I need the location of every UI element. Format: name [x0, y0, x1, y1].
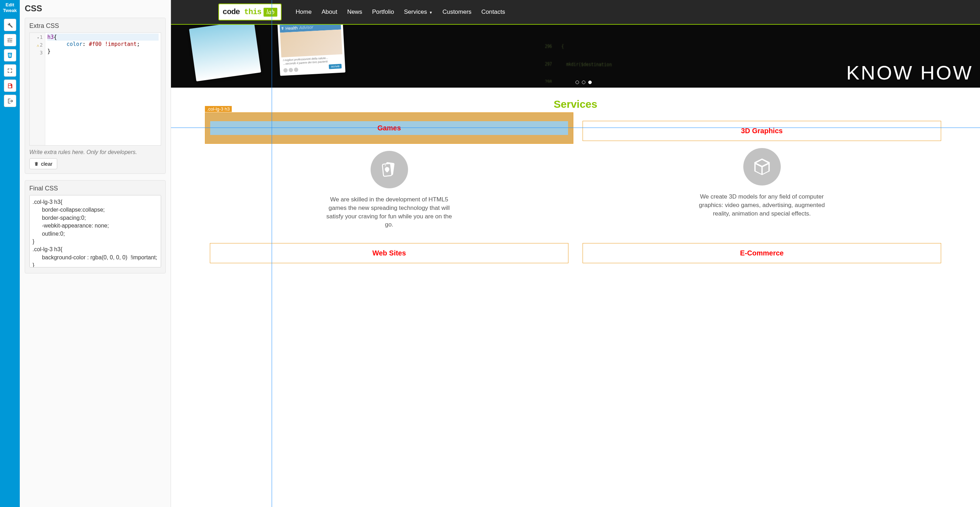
final-css-label: Final CSS [29, 185, 161, 192]
tile-websites: Web Sites [210, 243, 568, 267]
hero-dot-3[interactable] [588, 81, 592, 84]
save-icon-button[interactable] [4, 79, 16, 92]
exit-icon [7, 98, 13, 104]
toolbar-brand: Edit Tweak [3, 2, 17, 13]
css3-icon-button[interactable] [4, 49, 16, 62]
preview-area: code this lab Home About News Portfolio … [171, 0, 980, 507]
nav-services[interactable]: Services ▼ [404, 8, 433, 16]
nav-portfolio[interactable]: Portfolio [372, 8, 394, 16]
nav-home[interactable]: Home [296, 8, 312, 16]
games-icon: A [371, 151, 408, 188]
svg-text:A: A [384, 164, 386, 167]
trash-icon [34, 162, 39, 167]
logo-lab: lab [264, 8, 277, 17]
hero-dots [576, 81, 592, 84]
extra-css-hint: Write extra rules here. Only for develop… [29, 149, 161, 156]
final-css-textarea[interactable] [29, 195, 161, 267]
hero-card-2: ☤HealthAdvisor I migliori professionisti… [277, 24, 345, 76]
extra-css-label: Extra CSS [29, 22, 161, 30]
expand-icon-button[interactable] [4, 64, 16, 77]
hero-dot-1[interactable] [576, 81, 579, 84]
css3-icon [7, 52, 13, 59]
tile-games-title: Games [210, 121, 568, 135]
extra-css-box: Extra CSS ▾1 ⚠2 3 h3{ color: #f00 !impor… [25, 17, 166, 174]
brand-line1: Edit [6, 2, 14, 8]
hero-title: KNOW HOW [846, 61, 973, 84]
wrench-icon [7, 22, 13, 28]
logo-text: code this [223, 8, 261, 17]
hero-dot-2[interactable] [582, 81, 585, 84]
selector-tag: .col-lg-3 h3 [205, 106, 232, 112]
editor-gutter: ▾1 ⚠2 3 [30, 33, 45, 145]
tile-3d-desc: We create 3D models for any field of com… [695, 192, 829, 218]
exit-icon-button[interactable] [4, 95, 16, 107]
hero-cards: ☤HealthAdvisor I migliori professionisti… [213, 24, 344, 74]
site-navbar: code this lab Home About News Portfolio … [171, 0, 980, 24]
css-panel: CSS Extra CSS ▾1 ⚠2 3 h3{ color: #f00 !i… [20, 0, 171, 507]
nav-news[interactable]: News [347, 8, 363, 16]
extra-css-editor[interactable]: ▾1 ⚠2 3 h3{ color: #f00 !important; } [29, 32, 161, 146]
panel-title: CSS [25, 3, 166, 13]
clear-label: clear [41, 161, 52, 167]
save-icon [7, 83, 13, 89]
selected-element-highlight[interactable]: .col-lg-3 h3 Games [205, 112, 573, 144]
chevron-down-icon: ▼ [428, 11, 433, 14]
tile-ecommerce: E-Commerce [582, 243, 941, 267]
tile-websites-title: Web Sites [213, 246, 565, 260]
cube-icon [743, 148, 781, 186]
editor-code[interactable]: h3{ color: #f00 !important; } [45, 33, 161, 56]
hero-card-1 [189, 24, 261, 81]
nav-about[interactable]: About [321, 8, 337, 16]
brand-line2: Tweak [3, 8, 17, 13]
tile-games: .col-lg-3 h3 Games A We are skilled in t… [210, 121, 568, 229]
nav-contacts[interactable]: Contacts [482, 8, 505, 16]
tile-3d-title: 3D Graphics [586, 124, 938, 138]
tile-3dgraphics: 3D Graphics We create 3D models for any … [582, 121, 941, 229]
edit-tweak-toolbar: Edit Tweak [0, 0, 20, 507]
clear-button[interactable]: clear [29, 158, 57, 169]
wrench-icon-button[interactable] [4, 19, 16, 31]
nav-menu: Home About News Portfolio Services ▼ Cus… [296, 8, 505, 16]
sliders-icon-button[interactable] [4, 34, 16, 46]
services-section: Services .col-lg-3 h3 Games A We are ski… [171, 87, 980, 267]
tile-games-desc: We are skilled in the development of HTM… [322, 195, 457, 229]
tile-ecommerce-title: E-Commerce [586, 246, 938, 260]
services-heading: Services [210, 98, 941, 110]
site-logo[interactable]: code this lab [218, 3, 282, 21]
expand-icon [7, 67, 13, 74]
hero-banner: 296 { 297 mkdir($destination 298 299 $un… [171, 24, 980, 87]
sliders-icon [7, 37, 13, 43]
nav-customers[interactable]: Customers [442, 8, 471, 16]
final-css-box: Final CSS [25, 180, 166, 273]
